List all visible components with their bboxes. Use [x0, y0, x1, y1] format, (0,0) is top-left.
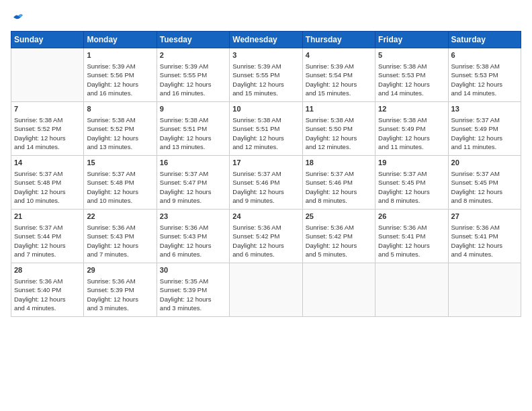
day-number: 27 — [451, 212, 518, 222]
day-number: 13 — [451, 104, 518, 114]
calendar-cell: 9Sunrise: 5:38 AMSunset: 5:51 PMDaylight… — [157, 101, 229, 155]
day-number: 4 — [306, 50, 372, 60]
day-number: 15 — [87, 158, 153, 168]
day-number: 1 — [87, 50, 153, 60]
weekday-header-friday: Friday — [375, 31, 448, 48]
day-info: Sunrise: 5:36 AMSunset: 5:43 PMDaylight:… — [87, 223, 153, 259]
day-info: Sunrise: 5:36 AMSunset: 5:43 PMDaylight:… — [160, 223, 226, 259]
day-info: Sunrise: 5:38 AMSunset: 5:49 PMDaylight:… — [378, 116, 445, 151]
day-number: 22 — [87, 212, 153, 222]
calendar-cell: 6Sunrise: 5:38 AMSunset: 5:53 PMDaylight… — [448, 48, 521, 101]
day-info: Sunrise: 5:37 AMSunset: 5:46 PMDaylight:… — [232, 169, 299, 205]
calendar-cell: 11Sunrise: 5:38 AMSunset: 5:50 PMDayligh… — [302, 101, 375, 155]
day-info: Sunrise: 5:38 AMSunset: 5:52 PMDaylight:… — [14, 116, 81, 151]
day-info: Sunrise: 5:37 AMSunset: 5:44 PMDaylight:… — [14, 223, 81, 259]
calendar-cell: 10Sunrise: 5:38 AMSunset: 5:51 PMDayligh… — [230, 101, 302, 155]
day-info: Sunrise: 5:39 AMSunset: 5:55 PMDaylight:… — [232, 62, 299, 97]
day-info: Sunrise: 5:38 AMSunset: 5:52 PMDaylight:… — [87, 116, 153, 151]
day-number: 20 — [451, 158, 518, 168]
calendar-cell: 17Sunrise: 5:37 AMSunset: 5:46 PMDayligh… — [230, 155, 302, 209]
day-number: 5 — [378, 50, 445, 60]
weekday-header-sunday: Sunday — [11, 31, 84, 48]
day-number: 26 — [378, 212, 445, 222]
day-number: 23 — [160, 212, 226, 222]
weekday-header-thursday: Thursday — [302, 31, 375, 48]
day-info: Sunrise: 5:38 AMSunset: 5:51 PMDaylight:… — [232, 116, 299, 151]
day-number: 2 — [160, 50, 226, 60]
calendar-cell: 14Sunrise: 5:37 AMSunset: 5:48 PMDayligh… — [11, 155, 84, 209]
calendar-cell: 18Sunrise: 5:37 AMSunset: 5:46 PMDayligh… — [302, 155, 375, 209]
calendar-cell — [448, 263, 521, 316]
calendar-cell: 30Sunrise: 5:35 AMSunset: 5:39 PMDayligh… — [157, 263, 229, 316]
day-number: 18 — [306, 158, 372, 168]
day-number: 17 — [232, 158, 299, 168]
day-info: Sunrise: 5:37 AMSunset: 5:47 PMDaylight:… — [160, 169, 226, 205]
page-header — [11, 11, 521, 24]
week-row-3: 14Sunrise: 5:37 AMSunset: 5:48 PMDayligh… — [11, 155, 521, 209]
day-number: 28 — [14, 265, 81, 275]
weekday-header-saturday: Saturday — [448, 31, 521, 48]
day-info: Sunrise: 5:37 AMSunset: 5:49 PMDaylight:… — [451, 116, 518, 151]
week-row-5: 28Sunrise: 5:36 AMSunset: 5:40 PMDayligh… — [11, 263, 521, 316]
calendar-table: SundayMondayTuesdayWednesdayThursdayFrid… — [11, 31, 521, 317]
calendar-cell: 20Sunrise: 5:37 AMSunset: 5:45 PMDayligh… — [448, 155, 521, 209]
calendar-cell: 28Sunrise: 5:36 AMSunset: 5:40 PMDayligh… — [11, 263, 84, 316]
day-info: Sunrise: 5:36 AMSunset: 5:41 PMDaylight:… — [451, 223, 518, 259]
day-number: 21 — [14, 212, 81, 222]
day-info: Sunrise: 5:36 AMSunset: 5:39 PMDaylight:… — [87, 277, 153, 312]
day-info: Sunrise: 5:36 AMSunset: 5:42 PMDaylight:… — [306, 223, 372, 259]
weekday-header-wednesday: Wednesday — [230, 31, 302, 48]
calendar-cell: 25Sunrise: 5:36 AMSunset: 5:42 PMDayligh… — [302, 209, 375, 263]
day-info: Sunrise: 5:38 AMSunset: 5:50 PMDaylight:… — [306, 116, 372, 151]
day-info: Sunrise: 5:39 AMSunset: 5:56 PMDaylight:… — [87, 62, 153, 97]
calendar-cell: 5Sunrise: 5:38 AMSunset: 5:53 PMDaylight… — [375, 48, 448, 101]
calendar-cell — [302, 263, 375, 316]
day-number: 9 — [160, 104, 226, 114]
day-info: Sunrise: 5:39 AMSunset: 5:55 PMDaylight:… — [160, 62, 226, 97]
week-row-1: 1Sunrise: 5:39 AMSunset: 5:56 PMDaylight… — [11, 48, 521, 101]
week-row-4: 21Sunrise: 5:37 AMSunset: 5:44 PMDayligh… — [11, 209, 521, 263]
logo — [11, 11, 24, 24]
day-info: Sunrise: 5:35 AMSunset: 5:39 PMDaylight:… — [160, 277, 226, 312]
calendar-cell: 21Sunrise: 5:37 AMSunset: 5:44 PMDayligh… — [11, 209, 84, 263]
day-info: Sunrise: 5:39 AMSunset: 5:54 PMDaylight:… — [306, 62, 372, 97]
calendar-cell: 4Sunrise: 5:39 AMSunset: 5:54 PMDaylight… — [302, 48, 375, 101]
day-info: Sunrise: 5:38 AMSunset: 5:53 PMDaylight:… — [378, 62, 445, 97]
day-info: Sunrise: 5:37 AMSunset: 5:45 PMDaylight:… — [451, 169, 518, 205]
day-info: Sunrise: 5:36 AMSunset: 5:40 PMDaylight:… — [14, 277, 81, 312]
calendar-cell — [375, 263, 448, 316]
calendar-cell: 8Sunrise: 5:38 AMSunset: 5:52 PMDaylight… — [84, 101, 157, 155]
calendar-cell: 29Sunrise: 5:36 AMSunset: 5:39 PMDayligh… — [84, 263, 157, 316]
day-info: Sunrise: 5:38 AMSunset: 5:53 PMDaylight:… — [451, 62, 518, 97]
day-number: 29 — [87, 265, 153, 275]
calendar-cell: 22Sunrise: 5:36 AMSunset: 5:43 PMDayligh… — [84, 209, 157, 263]
logo-general — [11, 11, 24, 24]
day-number: 14 — [14, 158, 81, 168]
weekday-header-tuesday: Tuesday — [157, 31, 229, 48]
day-number: 16 — [160, 158, 226, 168]
day-number: 6 — [451, 50, 518, 60]
day-info: Sunrise: 5:37 AMSunset: 5:46 PMDaylight:… — [306, 169, 372, 205]
calendar-cell: 7Sunrise: 5:38 AMSunset: 5:52 PMDaylight… — [11, 101, 84, 155]
day-number: 24 — [232, 212, 299, 222]
calendar-header-row: SundayMondayTuesdayWednesdayThursdayFrid… — [11, 31, 521, 48]
day-number: 3 — [232, 50, 299, 60]
day-info: Sunrise: 5:38 AMSunset: 5:51 PMDaylight:… — [160, 116, 226, 151]
calendar-cell: 12Sunrise: 5:38 AMSunset: 5:49 PMDayligh… — [375, 101, 448, 155]
calendar-cell: 15Sunrise: 5:37 AMSunset: 5:48 PMDayligh… — [84, 155, 157, 209]
calendar-cell: 2Sunrise: 5:39 AMSunset: 5:55 PMDaylight… — [157, 48, 229, 101]
calendar-cell: 3Sunrise: 5:39 AMSunset: 5:55 PMDaylight… — [230, 48, 302, 101]
calendar-cell — [11, 48, 84, 101]
day-number: 12 — [378, 104, 445, 114]
day-info: Sunrise: 5:37 AMSunset: 5:48 PMDaylight:… — [14, 169, 81, 205]
calendar-cell: 23Sunrise: 5:36 AMSunset: 5:43 PMDayligh… — [157, 209, 229, 263]
weekday-header-monday: Monday — [84, 31, 157, 48]
day-number: 25 — [306, 212, 372, 222]
day-info: Sunrise: 5:36 AMSunset: 5:42 PMDaylight:… — [232, 223, 299, 259]
week-row-2: 7Sunrise: 5:38 AMSunset: 5:52 PMDaylight… — [11, 101, 521, 155]
day-number: 19 — [378, 158, 445, 168]
day-number: 8 — [87, 104, 153, 114]
calendar-cell — [230, 263, 302, 316]
calendar-cell: 13Sunrise: 5:37 AMSunset: 5:49 PMDayligh… — [448, 101, 521, 155]
calendar-cell: 26Sunrise: 5:36 AMSunset: 5:41 PMDayligh… — [375, 209, 448, 263]
